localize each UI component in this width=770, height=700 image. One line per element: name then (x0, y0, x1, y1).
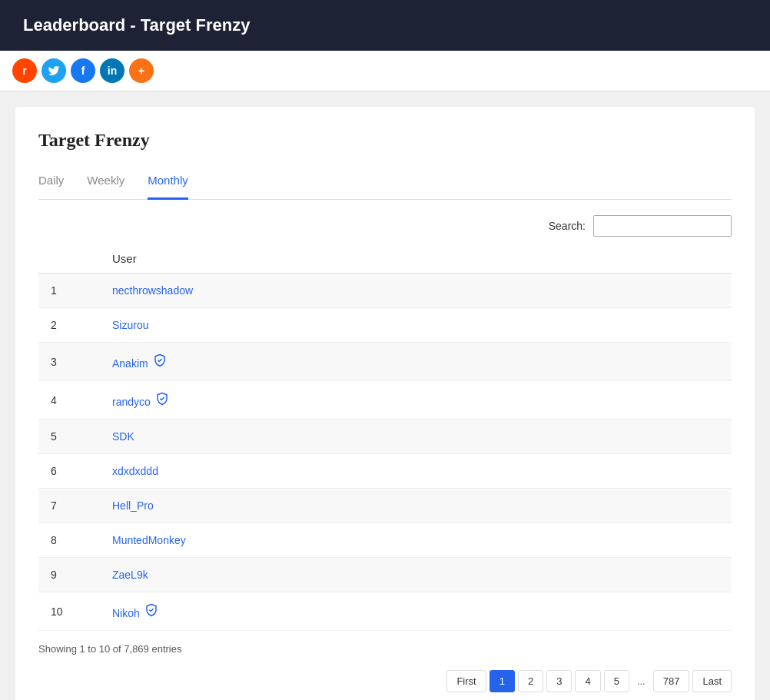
verified-icon (144, 603, 158, 617)
verified-icon (155, 392, 169, 406)
rank-cell: 2 (38, 308, 100, 343)
pagination-first[interactable]: First (446, 670, 486, 692)
user-link[interactable]: necthrowshadow (112, 284, 193, 297)
search-input[interactable] (593, 215, 732, 237)
verified-icon (153, 353, 167, 367)
rank-cell: 6 (38, 454, 100, 489)
user-link[interactable]: MuntedMonkey (112, 534, 186, 546)
showing-text: Showing 1 to 10 of 7,869 entries (38, 643, 732, 655)
table-row: 5SDK (38, 420, 732, 454)
pagination-page-1[interactable]: 1 (490, 670, 515, 692)
table-row: 1necthrowshadow (38, 274, 732, 308)
col-user: User (100, 244, 732, 274)
rank-cell: 7 (38, 489, 100, 523)
pagination: First 1 2 3 4 5 ... 787 Last (38, 670, 732, 692)
user-cell: xdxdxddd (100, 454, 732, 489)
user-cell: Anakim (100, 343, 732, 381)
user-cell: Sizurou (100, 308, 732, 343)
reddit-button[interactable]: r (12, 58, 37, 83)
pagination-page-3[interactable]: 3 (546, 670, 572, 692)
pagination-last[interactable]: Last (692, 670, 732, 692)
rank-cell: 4 (38, 381, 100, 420)
pagination-page-787[interactable]: 787 (653, 670, 690, 692)
user-cell: Nikoh (100, 592, 732, 631)
more-button[interactable]: + (129, 58, 154, 83)
rank-cell: 9 (38, 558, 100, 592)
user-cell: randyco (100, 381, 732, 420)
rank-cell: 1 (38, 274, 100, 308)
user-link[interactable]: Hell_Pro (112, 499, 154, 512)
user-link[interactable]: xdxdxddd (112, 465, 158, 477)
leaderboard-table: User 1necthrowshadow2Sizurou3Anakim4rand… (38, 244, 732, 631)
main-content: Target Frenzy Daily Weekly Monthly Searc… (15, 107, 755, 700)
user-cell: ZaeL9k (100, 558, 732, 592)
user-link[interactable]: Anakim (112, 357, 148, 370)
user-cell: SDK (100, 420, 732, 454)
rank-cell: 3 (38, 343, 100, 381)
pagination-page-2[interactable]: 2 (518, 670, 543, 692)
table-row: 2Sizurou (38, 308, 732, 343)
search-label: Search: (549, 220, 586, 232)
pagination-ellipsis: ... (632, 671, 650, 692)
page-title: Target Frenzy (38, 130, 732, 151)
facebook-button[interactable]: f (71, 58, 95, 83)
table-row: 10Nikoh (38, 592, 732, 631)
tab-monthly[interactable]: Monthly (148, 166, 188, 200)
search-row: Search: (38, 215, 732, 237)
user-link[interactable]: Sizurou (112, 319, 148, 331)
rank-cell: 5 (38, 420, 100, 454)
user-link[interactable]: SDK (112, 430, 134, 443)
page-header: Leaderboard - Target Frenzy (0, 0, 770, 51)
user-link[interactable]: Nikoh (112, 607, 140, 619)
user-cell: Hell_Pro (100, 489, 732, 523)
pagination-page-4[interactable]: 4 (575, 670, 600, 692)
table-row: 3Anakim (38, 343, 732, 381)
col-rank (38, 244, 100, 274)
rank-cell: 10 (38, 592, 100, 631)
user-cell: MuntedMonkey (100, 523, 732, 558)
user-link[interactable]: ZaeL9k (112, 569, 148, 581)
user-link[interactable]: randyco (112, 396, 151, 408)
table-row: 6xdxdxddd (38, 454, 732, 489)
header-title: Leaderboard - Target Frenzy (23, 15, 250, 35)
table-row: 4randyco (38, 381, 732, 420)
user-cell: necthrowshadow (100, 274, 732, 308)
rank-cell: 8 (38, 523, 100, 558)
tabs-container: Daily Weekly Monthly (38, 166, 732, 200)
tab-weekly[interactable]: Weekly (87, 166, 124, 200)
linkedin-button[interactable]: in (100, 58, 124, 83)
twitter-button[interactable] (41, 58, 66, 83)
table-row: 7Hell_Pro (38, 489, 732, 523)
table-row: 9ZaeL9k (38, 558, 732, 592)
tab-daily[interactable]: Daily (38, 166, 64, 200)
social-bar: r f in + (0, 51, 770, 91)
pagination-page-5[interactable]: 5 (604, 670, 629, 692)
table-row: 8MuntedMonkey (38, 523, 732, 558)
